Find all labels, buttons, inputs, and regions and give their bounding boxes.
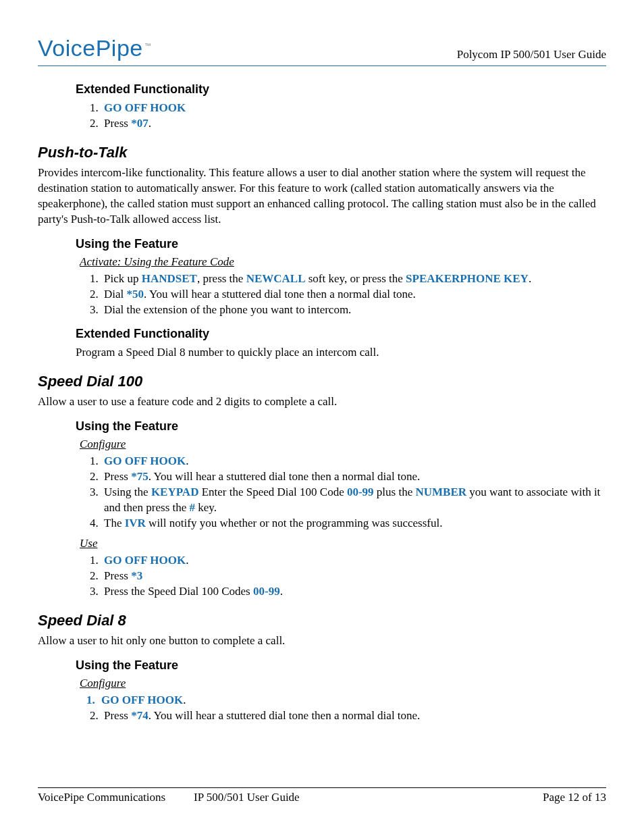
emph-go-off-hook: GO OFF HOOK	[104, 454, 186, 467]
heading-using-feature-sd8: Using the Feature	[76, 658, 606, 673]
list-item: The IVR will notify you whether or not t…	[101, 516, 606, 531]
list-item: Press the Speed Dial 100 Codes 00-99.	[101, 584, 606, 600]
list-item: Dial the extension of the phone you want…	[101, 303, 606, 318]
emph-ivr: IVR	[125, 517, 146, 529]
page-footer: VoicePipe Communications IP 500/501 User…	[38, 787, 606, 804]
footer-guide-title: IP 500/501 User Guide	[194, 791, 543, 804]
logo-text: VoicePipe	[38, 35, 143, 61]
emph-go-off-hook: GO OFF HOOK	[101, 694, 183, 706]
footer-company: VoicePipe Communications	[38, 791, 165, 804]
emph-go-off-hook: GO OFF HOOK	[104, 554, 186, 567]
list-item: GO OFF HOOK.	[101, 454, 606, 469]
trademark-icon: ™	[144, 42, 152, 49]
emph-handset: HANDSET	[142, 272, 197, 285]
subheading-use-sd100: Use	[80, 537, 606, 550]
list-item: GO OFF HOOK.	[101, 553, 606, 569]
list-sd8-configure: GO OFF HOOK.	[80, 693, 606, 708]
emph-00-99: 00-99	[347, 486, 374, 498]
emph-number: NUMBER	[415, 486, 466, 498]
heading-speed-dial-100: Speed Dial 100	[38, 373, 606, 390]
heading-extended-functionality-2: Extended Functionality	[76, 327, 606, 341]
list-ext1: GO OFF HOOK Press *07.	[80, 101, 606, 132]
emph-00-99: 00-99	[253, 585, 280, 598]
emph-newcall: NEWCALL	[246, 272, 306, 285]
emph-go-off-hook: GO OFF HOOK	[104, 101, 186, 114]
sd8-intro: Allow a user to hit only one button to c…	[38, 633, 606, 649]
heading-using-feature-ptt: Using the Feature	[76, 237, 606, 251]
heading-extended-functionality-1: Extended Functionality	[76, 82, 606, 97]
emph-star75: *75	[131, 470, 149, 483]
list-item: Press *07.	[101, 116, 606, 132]
ptt-intro: Provides intercom-like functionality. Th…	[38, 165, 606, 228]
emph-speakerphone-key: SPEAKERPHONE KEY	[406, 272, 529, 285]
list-item: Pick up HANDSET, press the NEWCALL soft …	[101, 271, 606, 287]
list-item: Press *3	[101, 569, 606, 584]
sd100-intro: Allow a user to use a feature code and 2…	[38, 394, 606, 410]
list-sd100-configure: GO OFF HOOK. Press *75. You will hear a …	[80, 454, 606, 531]
list-sd100-use: GO OFF HOOK. Press *3 Press the Speed Di…	[80, 553, 606, 600]
list-item: Press *75. You will hear a stuttered dia…	[101, 469, 606, 485]
emph-star74: *74	[131, 709, 149, 722]
subheading-activate: Activate: Using the Feature Code	[80, 255, 606, 269]
emph-star3: *3	[131, 569, 142, 582]
emph-star07: *07	[131, 117, 149, 130]
list-ptt-activate: Pick up HANDSET, press the NEWCALL soft …	[80, 271, 606, 318]
header-guide-title: Polycom IP 500/501 User Guide	[457, 48, 606, 61]
emph-keypad: KEYPAD	[151, 486, 199, 498]
heading-speed-dial-8: Speed Dial 8	[38, 612, 606, 629]
page-header: VoicePipe™ Polycom IP 500/501 User Guide	[38, 35, 606, 66]
logo: VoicePipe™	[38, 35, 151, 61]
emph-star50: *50	[127, 288, 144, 301]
ptt-ext-body: Program a Speed Dial 8 number to quickly…	[76, 345, 606, 361]
list-item: Press *74. You will hear a stuttered dia…	[101, 708, 606, 724]
list-sd8-configure-cont: Press *74. You will hear a stuttered dia…	[80, 708, 606, 724]
list-item: Dial *50. You will hear a stuttered dial…	[101, 287, 606, 303]
list-item: GO OFF HOOK.	[101, 693, 606, 708]
subheading-configure-sd100: Configure	[80, 438, 606, 451]
heading-using-feature-sd100: Using the Feature	[76, 419, 606, 434]
heading-push-to-talk: Push-to-Talk	[38, 144, 606, 161]
list-item: Using the KEYPAD Enter the Speed Dial 10…	[101, 485, 606, 516]
list-item: GO OFF HOOK	[101, 101, 606, 116]
footer-page-number: Page 12 of 13	[543, 791, 606, 804]
emph-hash: #	[190, 501, 196, 514]
subheading-configure-sd8: Configure	[80, 677, 606, 690]
